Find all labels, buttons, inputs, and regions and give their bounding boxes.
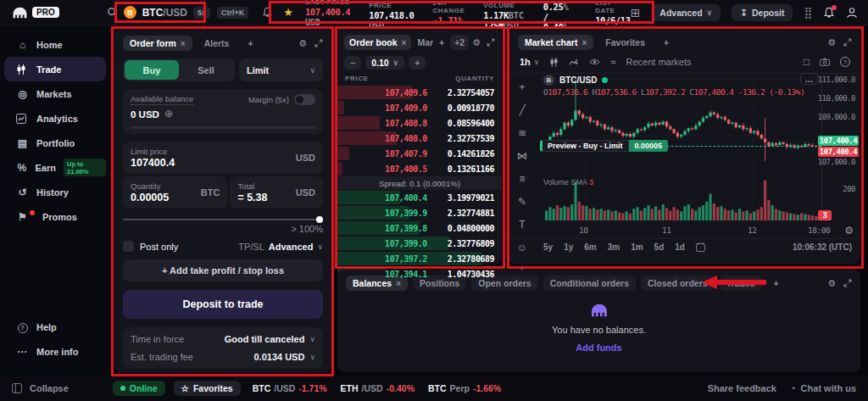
tab-order-form[interactable]: Order form×: [123, 36, 192, 51]
slider-handle[interactable]: [316, 216, 323, 223]
close-icon[interactable]: ×: [581, 38, 587, 47]
price-alert-bell-icon[interactable]: [262, 7, 273, 18]
market-search[interactable]: B BTC/USD 5x: [107, 6, 210, 19]
bid-row[interactable]: 107,400.43.19979021: [337, 190, 502, 205]
calendar-icon[interactable]: [696, 242, 705, 252]
ask-row[interactable]: 107,408.02.32757539: [337, 131, 502, 146]
layout-icon[interactable]: ⊞: [631, 7, 641, 19]
deposit-to-trade-button[interactable]: Deposit to trade: [123, 290, 323, 319]
favorites-filter[interactable]: ☆ Favorites: [174, 381, 241, 396]
more-options-button[interactable]: ...: [800, 73, 818, 85]
range-1d[interactable]: 1d: [675, 242, 685, 252]
add-funds-link[interactable]: Add funds: [346, 343, 852, 353]
favorite-star-icon[interactable]: ★: [283, 6, 293, 19]
range-3m[interactable]: 3m: [608, 242, 620, 252]
quantity-field[interactable]: Quantity0.00005 BTC: [123, 176, 227, 209]
bid-row[interactable]: 107,399.80.04800000: [337, 220, 502, 236]
gear-icon[interactable]: ⚙: [827, 37, 836, 48]
bid-row[interactable]: 107,397.22.32780689: [337, 251, 502, 266]
crosshair-icon[interactable]: +: [519, 81, 525, 93]
compare-icon[interactable]: ≈: [610, 57, 615, 67]
chart-clock[interactable]: 10:06:32 (UTC): [793, 242, 852, 252]
range-1m[interactable]: 1m: [631, 242, 643, 252]
text-tool-icon[interactable]: T: [519, 219, 525, 231]
gear-icon[interactable]: ⚙: [827, 278, 836, 289]
tab-market-chart[interactable]: Market chart×: [518, 35, 593, 50]
candle-style-icon[interactable]: [549, 58, 559, 67]
sidebar-item-trade[interactable]: Trade: [4, 57, 106, 81]
ask-row[interactable]: 107,408.80.08596400: [337, 115, 502, 131]
tab-alerts[interactable]: Alerts: [198, 36, 236, 51]
range-5d[interactable]: 5d: [654, 242, 665, 252]
account-icon[interactable]: [846, 7, 858, 19]
quantity-slider[interactable]: [123, 219, 323, 220]
brush-icon[interactable]: ✎: [518, 196, 526, 208]
sell-button[interactable]: Sell: [179, 65, 233, 75]
buy-button[interactable]: Buy: [125, 60, 179, 80]
gear-icon[interactable]: ⚙: [472, 37, 481, 48]
bid-row[interactable]: 107,399.92.32774881: [337, 205, 502, 220]
indicators-icon[interactable]: [569, 58, 579, 67]
add-tab-button[interactable]: +: [437, 35, 447, 50]
sidebar-item-help[interactable]: ?Help: [4, 315, 106, 339]
help-icon[interactable]: ?: [840, 57, 850, 67]
margin-toggle[interactable]: [294, 94, 315, 105]
ticker-eth-usd[interactable]: ETH/USD-0.40%: [341, 383, 415, 393]
post-only-checkbox[interactable]: [123, 241, 134, 252]
bid-row[interactable]: 107,399.02.32776809: [337, 236, 502, 251]
connection-status[interactable]: Online: [113, 381, 165, 396]
time-in-force-row[interactable]: Time in force Good till canceled∨: [131, 334, 315, 344]
add-tab-button[interactable]: +: [241, 36, 259, 51]
add-tp-sl-button[interactable]: + Add take profit / stop loss: [123, 259, 323, 281]
tab-order-book[interactable]: Order book×: [344, 35, 411, 50]
order-type-select[interactable]: Limit∨: [239, 58, 323, 81]
channels-icon[interactable]: ≋: [518, 127, 526, 139]
chat-button[interactable]: ◔Chat with us: [790, 383, 856, 393]
tpsl-dropdown[interactable]: TP/SLAdvanced∨: [238, 242, 323, 252]
sidebar-item-earn[interactable]: %EarnUp to 21.00%: [4, 155, 106, 180]
fullscreen-icon[interactable]: □: [804, 56, 810, 68]
sidebar-item-markets[interactable]: ◎Markets: [4, 81, 106, 106]
ask-row[interactable]: 107,407.90.14261826: [337, 146, 502, 161]
interval-select[interactable]: 1h∨: [520, 57, 539, 67]
advanced-dropdown[interactable]: Advanced∨: [651, 4, 721, 21]
deposit-button[interactable]: ↧Deposit: [732, 4, 793, 21]
close-icon[interactable]: ×: [181, 39, 186, 48]
expand-icon[interactable]: [314, 39, 323, 47]
sidebar-item-promos[interactable]: ⚑Promos: [4, 204, 106, 229]
lines-icon[interactable]: ≡: [519, 173, 525, 185]
sidebar-item-history[interactable]: ↺History: [4, 180, 106, 204]
apps-grid-icon[interactable]: ⣿: [804, 7, 812, 18]
ticker-btc-perp[interactable]: BTCPerp-1.66%: [428, 383, 501, 393]
expand-icon[interactable]: [843, 279, 852, 287]
ask-row[interactable]: 107,409.00.00918770: [337, 100, 502, 115]
preview-order-tag[interactable]: Preview - Buy - Limit 0.00005: [540, 139, 668, 152]
ask-row[interactable]: 107,409.62.32754057: [337, 85, 502, 100]
emoji-tool-icon[interactable]: ☺: [517, 242, 527, 253]
expand-icon[interactable]: [843, 38, 852, 47]
recent-markets-link[interactable]: Recent markets: [626, 57, 691, 67]
hidden-tabs-badge[interactable]: +2: [450, 35, 469, 50]
camera-icon[interactable]: [820, 58, 830, 66]
stat-fees[interactable]: FEES › 0.25% / 0.40%: [543, 0, 576, 32]
close-icon[interactable]: ×: [402, 38, 407, 47]
limit-price-field[interactable]: Limit price107400.4 USD: [123, 142, 323, 174]
precision-select[interactable]: 0.10∨: [365, 56, 404, 70]
range-1y[interactable]: 1y: [564, 242, 573, 252]
sidebar-item-analytics[interactable]: Analytics: [4, 106, 106, 131]
range-6m[interactable]: 6m: [584, 242, 596, 252]
collapse-button[interactable]: Collapse: [0, 383, 69, 393]
sidebar-item-more-info[interactable]: ···More info: [4, 339, 106, 364]
total-field[interactable]: Total= 5.38 USD: [230, 176, 323, 209]
precision-increase-button[interactable]: +: [409, 56, 426, 70]
notifications-bell-icon[interactable]: [823, 7, 835, 19]
tab-conditional-orders[interactable]: Conditional orders: [543, 276, 636, 291]
pattern-icon[interactable]: ⋈: [517, 150, 527, 162]
precision-decrease-button[interactable]: −: [344, 56, 361, 70]
range-5y[interactable]: 5y: [543, 242, 553, 252]
add-funds-plus-icon[interactable]: ⊕: [164, 108, 173, 120]
trading-fee-row[interactable]: Est. trading fee 0.0134 USD∨: [131, 352, 315, 362]
add-tab-button[interactable]: +: [766, 276, 785, 291]
trendline-icon[interactable]: ╱: [519, 104, 525, 116]
gear-icon[interactable]: ⚙: [298, 38, 307, 49]
